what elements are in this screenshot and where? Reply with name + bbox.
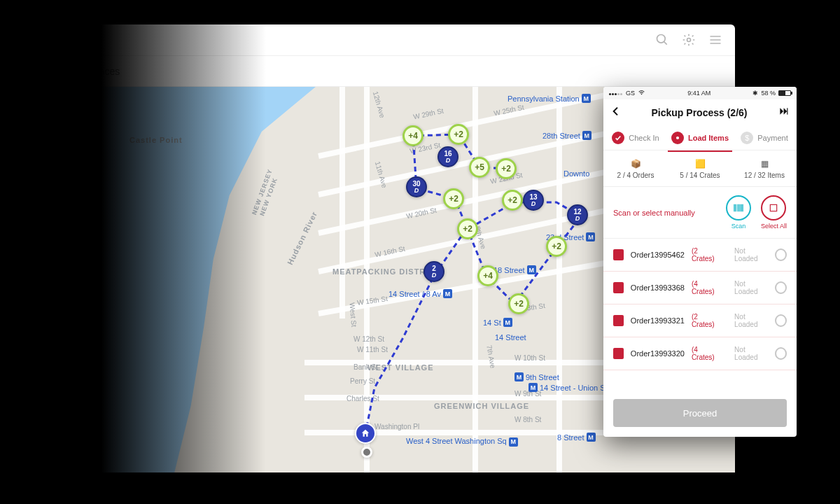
signal-icon xyxy=(609,90,623,97)
stop-cluster-marker[interactable]: +4 xyxy=(402,125,424,146)
scan-label: Scan xyxy=(726,223,751,230)
counter-label: 5 / 14 Crates xyxy=(680,172,720,179)
step-load-items[interactable]: Load Items xyxy=(668,126,732,150)
search-places-input[interactable] xyxy=(57,66,491,77)
stop-cluster-marker[interactable]: +2 xyxy=(508,293,529,314)
stop-cluster-marker[interactable]: +2 xyxy=(502,190,523,211)
search-icon[interactable] xyxy=(655,33,669,47)
back-icon[interactable] xyxy=(610,106,622,120)
phone-navbar: Pickup Process (2/6) xyxy=(603,99,797,126)
skip-forward-icon[interactable] xyxy=(777,106,790,119)
orders-list[interactable]: Order13995462(2 Crates)Not LoadedOrder13… xyxy=(603,239,797,392)
order-crates: (4 Crates) xyxy=(692,346,720,361)
carrier-label: GS xyxy=(626,90,635,97)
svg-rect-16 xyxy=(770,204,776,211)
svg-rect-8 xyxy=(787,108,788,114)
items-counter: ▦ 12 / 32 Items xyxy=(732,152,797,186)
order-select-radio[interactable] xyxy=(775,314,787,327)
phone-title: Pickup Process (2/6) xyxy=(652,107,748,118)
step-payment[interactable]: $ Payment xyxy=(732,126,797,150)
check-icon xyxy=(612,132,624,144)
start-pin-marker[interactable] xyxy=(361,447,372,458)
load-counters: 📦 2 / 4 Orders 🟨 5 / 14 Crates ▦ 12 / 32… xyxy=(603,152,797,187)
order-row[interactable]: Order13993368(4 Crates)Not Loaded xyxy=(603,272,797,304)
stop-cluster-marker[interactable]: +2 xyxy=(496,158,517,179)
scan-button[interactable] xyxy=(726,195,751,220)
counter-label: 12 / 32 Items xyxy=(744,172,785,179)
svg-point-9 xyxy=(676,136,679,139)
proceed-button[interactable]: Proceed xyxy=(613,399,787,427)
hamburger-icon[interactable] xyxy=(708,33,722,47)
driver-app-phone: GS 9:41 AM ✱ 58 % Pickup Process (2/6) C… xyxy=(603,87,797,437)
crates-counter: 🟨 5 / 14 Crates xyxy=(668,152,732,186)
order-row[interactable]: Order13993320(4 Crates)Not Loaded xyxy=(603,337,797,370)
order-status: Not Loaded xyxy=(734,313,768,328)
ios-statusbar: GS 9:41 AM ✱ 58 % xyxy=(603,87,797,99)
delivery-stop-marker[interactable]: 12D xyxy=(567,204,588,225)
svg-line-1 xyxy=(664,42,667,45)
load-icon xyxy=(671,132,684,144)
svg-point-0 xyxy=(657,35,666,43)
order-crates: (2 Crates) xyxy=(692,313,720,328)
stop-cluster-marker[interactable]: +4 xyxy=(477,265,498,286)
select-all-label: Select All xyxy=(761,223,787,230)
grid-icon: ▦ xyxy=(732,159,797,169)
counter-label: 2 / 4 Orders xyxy=(617,172,654,179)
order-id: Order13993320 xyxy=(631,349,685,358)
order-status: Not Loaded xyxy=(734,346,768,361)
box-icon: 📦 xyxy=(603,159,668,169)
depot-home-marker[interactable] xyxy=(355,423,376,444)
step-tabs: Check In Load Items $ Payment xyxy=(603,126,797,150)
search-bar xyxy=(24,56,735,87)
gear-icon[interactable] xyxy=(682,33,696,47)
window-toolbar xyxy=(24,24,735,56)
select-all-button[interactable] xyxy=(761,195,786,220)
delivery-stop-marker[interactable]: 2D xyxy=(424,261,444,282)
order-crates: (4 Crates) xyxy=(692,280,720,295)
stop-cluster-marker[interactable]: +2 xyxy=(546,236,567,257)
stop-cluster-marker[interactable]: +2 xyxy=(457,218,478,239)
scan-row: Scan or select manually Scan Select All xyxy=(603,187,797,239)
order-id: Order13993368 xyxy=(631,284,685,292)
stop-cluster-marker[interactable]: +5 xyxy=(469,157,490,178)
battery-label: 58 % xyxy=(761,90,776,97)
scan-hint: Scan or select manually xyxy=(613,209,695,217)
order-row[interactable]: Order13995462(2 Crates)Not Loaded xyxy=(603,239,797,272)
stop-cluster-marker[interactable]: +2 xyxy=(443,188,464,209)
order-status: Not Loaded xyxy=(734,280,768,295)
order-select-radio[interactable] xyxy=(775,347,787,360)
order-id: Order13995462 xyxy=(631,251,685,259)
step-label: Check In xyxy=(629,134,659,142)
delivery-stop-marker[interactable]: 30D xyxy=(406,176,427,197)
orders-counter: 📦 2 / 4 Orders xyxy=(603,152,668,186)
svg-line-7 xyxy=(46,73,49,76)
order-box-icon xyxy=(613,315,624,326)
order-row[interactable]: Order13993321(2 Crates)Not Loaded xyxy=(603,304,797,337)
step-label: Payment xyxy=(757,134,788,142)
stop-cluster-marker[interactable]: +2 xyxy=(448,124,469,145)
svg-point-6 xyxy=(39,66,48,74)
wifi-icon xyxy=(638,90,645,97)
order-select-radio[interactable] xyxy=(775,281,787,294)
bluetooth-icon: ✱ xyxy=(752,90,758,97)
step-checkin[interactable]: Check In xyxy=(603,126,668,150)
order-box-icon xyxy=(613,249,624,260)
order-status: Not Loaded xyxy=(734,247,768,262)
svg-point-2 xyxy=(687,38,691,42)
delivery-stop-marker[interactable]: 13D xyxy=(523,190,544,211)
crate-icon: 🟨 xyxy=(668,159,732,169)
search-places-icon xyxy=(37,64,51,78)
dollar-icon: $ xyxy=(741,132,753,144)
order-box-icon xyxy=(613,348,624,359)
order-box-icon xyxy=(613,282,624,293)
order-select-radio[interactable] xyxy=(775,248,787,261)
order-crates: (2 Crates) xyxy=(692,247,720,262)
order-id: Order13993321 xyxy=(631,316,685,325)
battery-icon xyxy=(778,90,791,96)
proceed-label: Proceed xyxy=(683,408,717,419)
step-label: Load Items xyxy=(688,134,729,142)
clock-label: 9:41 AM xyxy=(687,90,710,97)
delivery-stop-marker[interactable]: 16D xyxy=(438,146,458,167)
